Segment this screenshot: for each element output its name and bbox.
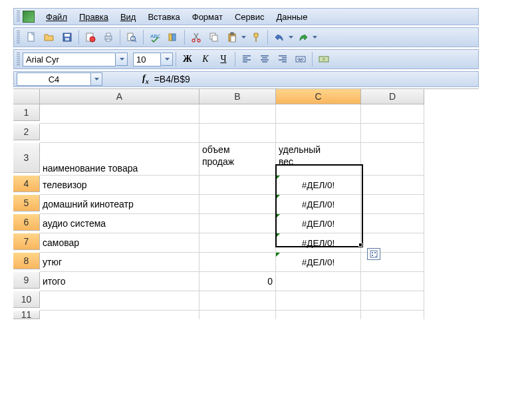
cell[interactable] [276, 272, 361, 291]
row-header[interactable]: 3 [13, 143, 40, 173]
cell[interactable] [361, 214, 424, 233]
align-left-icon[interactable] [238, 51, 255, 68]
row-header[interactable]: 11 [13, 311, 40, 319]
fx-icon[interactable]: fx [142, 73, 149, 85]
name-box-dropdown[interactable] [91, 72, 102, 86]
cell[interactable]: наименование товара [40, 143, 200, 176]
formula-input[interactable]: =B4/B$9 [154, 74, 190, 84]
menu-tools[interactable]: Сервис [229, 11, 271, 23]
row-header[interactable]: 4 [13, 176, 40, 192]
cell[interactable] [40, 291, 200, 311]
cell[interactable] [361, 104, 424, 124]
save-icon[interactable] [59, 29, 76, 46]
row-header[interactable]: 7 [13, 233, 40, 250]
undo-dropdown[interactable] [271, 29, 294, 46]
cell[interactable] [276, 311, 361, 319]
col-header-b[interactable]: B [200, 89, 276, 104]
cell[interactable] [40, 124, 200, 143]
cell[interactable]: итого [40, 272, 200, 291]
cell[interactable] [200, 104, 276, 124]
font-name-input[interactable] [23, 53, 116, 66]
cell[interactable] [200, 195, 276, 214]
format-painter-icon[interactable] [247, 29, 265, 46]
cell[interactable] [361, 124, 424, 143]
print-icon[interactable] [100, 29, 117, 46]
cell[interactable]: 0 [200, 272, 276, 291]
font-size-input[interactable] [133, 53, 161, 66]
row-header[interactable]: 8 [13, 253, 40, 269]
cell[interactable] [200, 253, 276, 272]
autofill-options-icon[interactable]: + [367, 248, 380, 260]
permission-icon[interactable] [82, 29, 99, 46]
italic-button[interactable]: К [197, 51, 214, 68]
spreadsheet-grid[interactable]: A B C D 1 2 3 наименование товара объем … [13, 88, 479, 319]
new-icon[interactable] [23, 29, 40, 46]
col-header-a[interactable]: A [40, 89, 200, 104]
cell-error[interactable]: #ДЕЛ/0! [276, 176, 361, 195]
cell[interactable] [276, 104, 361, 124]
cell[interactable] [361, 195, 424, 214]
copy-icon[interactable] [205, 29, 223, 46]
row-header[interactable]: 1 [13, 104, 40, 121]
name-box[interactable]: C4 [17, 72, 91, 86]
paste-dropdown[interactable] [223, 29, 247, 46]
bold-button[interactable]: Ж [179, 51, 196, 68]
cell[interactable] [40, 311, 200, 319]
cell-error[interactable]: #ДЕЛ/0! [276, 233, 361, 253]
cell[interactable] [200, 124, 276, 143]
cell[interactable]: самовар [40, 233, 200, 253]
cell[interactable] [361, 272, 424, 291]
cell[interactable] [361, 311, 424, 319]
cell[interactable]: телевизор [40, 176, 200, 195]
font-size-dropdown[interactable] [162, 53, 173, 66]
cell[interactable]: удельный вес [276, 143, 361, 176]
cut-icon[interactable] [188, 29, 205, 46]
align-right-icon[interactable] [274, 51, 291, 68]
cell-error[interactable]: #ДЕЛ/0! [276, 195, 361, 214]
cell[interactable]: объем продаж [200, 143, 276, 176]
spellcheck-icon[interactable]: ABC [146, 29, 164, 46]
research-icon[interactable] [164, 29, 182, 46]
cell[interactable] [361, 176, 424, 195]
cell[interactable] [276, 291, 361, 311]
cell-error[interactable]: #ДЕЛ/0! [276, 214, 361, 233]
grip[interactable] [17, 11, 20, 23]
font-name-dropdown[interactable] [116, 53, 128, 66]
cell[interactable] [276, 124, 361, 143]
menu-insert[interactable]: Вставка [142, 11, 186, 23]
col-header-c[interactable]: C [276, 89, 361, 104]
cell[interactable] [200, 291, 276, 311]
menu-format[interactable]: Формат [186, 11, 229, 23]
cell[interactable] [200, 214, 276, 233]
cell[interactable] [361, 143, 424, 176]
open-icon[interactable] [41, 29, 58, 46]
row-header[interactable]: 2 [13, 124, 40, 140]
cell[interactable] [40, 104, 200, 124]
cell[interactable]: утюг [40, 253, 200, 272]
currency-icon[interactable] [315, 51, 332, 68]
menu-view[interactable]: Вид [114, 11, 142, 23]
row-header[interactable]: 6 [13, 214, 40, 231]
grip[interactable] [17, 31, 20, 44]
cell[interactable]: домашний кинотеатр [40, 195, 200, 214]
cell[interactable] [361, 291, 424, 311]
align-center-icon[interactable] [256, 51, 273, 68]
menu-data[interactable]: Данные [270, 11, 313, 23]
grip[interactable] [17, 53, 20, 66]
print-preview-icon[interactable] [123, 29, 140, 46]
row-header[interactable]: 5 [13, 195, 40, 211]
row-header[interactable]: 9 [13, 272, 40, 289]
row-header[interactable]: 10 [13, 291, 40, 308]
redo-dropdown[interactable] [295, 29, 318, 46]
cell[interactable] [200, 311, 276, 319]
select-all-corner[interactable] [13, 89, 40, 104]
underline-button[interactable]: Ч [215, 51, 232, 68]
col-header-d[interactable]: D [361, 89, 424, 104]
cell[interactable]: аудио система [40, 214, 200, 233]
cell-error[interactable]: #ДЕЛ/0! [276, 253, 361, 272]
cell[interactable] [200, 176, 276, 195]
cell[interactable] [200, 233, 276, 253]
merge-center-icon[interactable]: a [292, 51, 309, 68]
menu-file[interactable]: Файл [40, 11, 73, 23]
menu-edit[interactable]: Правка [73, 11, 114, 23]
